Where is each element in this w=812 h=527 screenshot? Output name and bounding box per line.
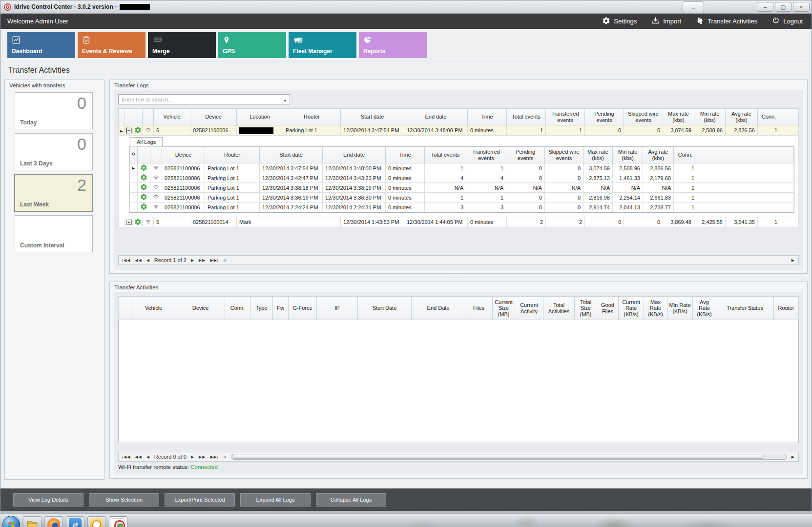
column-header[interactable]: End date — [323, 147, 386, 163]
column-header[interactable]: Total events — [507, 109, 546, 125]
detail-log-row[interactable]: 025821100006 Parking Lot 1 12/30/2014 2:… — [130, 203, 794, 212]
column-header[interactable]: Avg Rate (KB/s) — [693, 297, 716, 320]
expand-row-button[interactable] — [125, 217, 133, 227]
column-header[interactable]: End date — [404, 109, 468, 125]
detail-log-row[interactable]: 025821100006 Parking Lot 1 12/30/2014 3:… — [130, 183, 794, 193]
column-header[interactable]: Skipped wire events — [545, 147, 583, 163]
column-header[interactable]: Current Size (MB) — [493, 297, 515, 320]
search-icon[interactable] — [130, 147, 138, 163]
first-record-button[interactable] — [122, 455, 130, 459]
column-header[interactable]: Current Activity — [515, 297, 543, 320]
column-header[interactable]: Time — [386, 147, 425, 163]
column-header[interactable]: Device — [176, 297, 225, 320]
column-header[interactable]: Transferred events — [466, 147, 506, 163]
column-header[interactable]: Max rate (kbs) — [663, 109, 694, 125]
scroll-left-icon[interactable] — [223, 455, 227, 459]
scrollbar-thumb[interactable] — [232, 455, 764, 459]
column-header[interactable]: Total Activities — [543, 297, 575, 320]
column-header[interactable]: Min rate (kbs) — [694, 109, 726, 125]
scroll-right-icon[interactable] — [791, 455, 795, 459]
column-header[interactable]: Total Size (MB) — [575, 297, 597, 320]
filter-card-last-week[interactable]: 2 Last Week — [15, 174, 93, 211]
column-header[interactable]: Conn. — [758, 109, 780, 125]
prev-record-button[interactable] — [146, 455, 150, 459]
column-header[interactable]: Avg rate (kbs) — [643, 147, 674, 163]
tab-reports[interactable]: Reports — [359, 32, 427, 58]
log-row[interactable]: 6 025821100006 Parking Lot 1 12/30/2014 … — [119, 125, 799, 136]
settings-button[interactable]: Settings — [602, 17, 637, 26]
detail-log-row[interactable]: ▶ 025821100006 Parking Lot 1 12/30/2014 … — [130, 163, 794, 173]
prev-page-button[interactable] — [135, 258, 142, 263]
filter-card-custom-interval[interactable]: Custom Interval — [15, 215, 93, 252]
next-page-button[interactable] — [199, 455, 206, 459]
panel-splitter[interactable] — [109, 274, 808, 282]
column-header[interactable]: Fw — [273, 297, 289, 320]
column-header[interactable]: Files — [465, 297, 493, 320]
column-header[interactable]: Start Date — [358, 297, 412, 320]
column-header[interactable]: IP — [317, 297, 358, 320]
column-header[interactable]: Vehicle — [131, 297, 176, 320]
column-header[interactable]: Conn. — [225, 297, 250, 320]
filter-card-today[interactable]: 0 Today — [15, 92, 93, 129]
column-header[interactable]: Start date — [260, 147, 323, 163]
column-header[interactable]: Device — [162, 147, 205, 163]
column-header[interactable]: Vehicle — [154, 109, 190, 125]
column-header[interactable]: Pending events — [506, 147, 545, 163]
column-header[interactable]: Router — [283, 109, 341, 125]
column-header[interactable]: Device — [190, 109, 237, 125]
start-button-icon[interactable] — [2, 516, 20, 527]
footer-button[interactable]: View Log Details — [13, 493, 83, 507]
column-header[interactable]: Start date — [341, 109, 404, 125]
transfer-activities-button[interactable]: Transfer Activities — [696, 17, 757, 26]
firefox-icon[interactable] — [44, 516, 63, 527]
detail-log-row[interactable]: 025821100006 Parking Lot 1 12/30/2014 3:… — [130, 193, 794, 203]
column-header[interactable]: Type — [250, 297, 273, 320]
tab-events-reviews[interactable]: Events & Reviews — [78, 32, 146, 58]
collapse-row-button[interactable] — [125, 125, 133, 136]
prev-page-button[interactable] — [135, 455, 142, 459]
search-box[interactable] — [118, 94, 290, 104]
footer-button[interactable]: Collapse All Logs — [316, 493, 386, 507]
horizontal-scrollbar[interactable] — [231, 454, 787, 460]
idrive-app-icon[interactable] — [109, 516, 127, 527]
column-header[interactable]: Max rate (kbs) — [583, 147, 613, 163]
column-header[interactable]: Min Rate (KB/s) — [667, 297, 693, 320]
next-record-button[interactable] — [191, 258, 194, 263]
next-record-button[interactable] — [191, 455, 194, 459]
column-header[interactable]: G-Force — [289, 297, 317, 320]
column-header[interactable]: Router — [205, 147, 260, 163]
column-header[interactable]: End Date — [412, 297, 465, 320]
column-header[interactable]: Min rate (kbs) — [613, 147, 643, 163]
all-logs-tab[interactable]: All Logs — [130, 137, 163, 146]
scroll-right-icon[interactable] — [791, 258, 795, 263]
filter-card-last-3-days[interactable]: 0 Last 3 Days — [15, 133, 93, 170]
import-button[interactable]: Import — [651, 17, 681, 26]
column-header[interactable]: Current Rate (KB/s) — [619, 297, 644, 320]
teamviewer-icon[interactable] — [66, 516, 84, 527]
last-record-button[interactable] — [210, 455, 218, 459]
column-header[interactable]: Conn. — [674, 147, 697, 163]
column-header[interactable]: Pending events — [585, 109, 624, 125]
column-header[interactable]: Total events — [425, 147, 466, 163]
minimize-button[interactable]: – — [757, 2, 773, 12]
next-page-button[interactable] — [199, 258, 206, 263]
search-input[interactable] — [119, 97, 281, 102]
maximize-button[interactable]: ▢ — [775, 2, 791, 12]
footer-button[interactable]: Show Selection — [89, 493, 159, 507]
scroll-left-icon[interactable] — [223, 258, 227, 263]
column-header[interactable]: Avg rate (kbs) — [726, 109, 758, 125]
column-header[interactable]: Time — [468, 109, 507, 125]
chevron-down-icon[interactable] — [281, 95, 290, 104]
column-header[interactable]: Transfer Status — [716, 297, 774, 320]
prev-record-button[interactable] — [146, 258, 150, 263]
column-header[interactable]: Max Rate (KB/s) — [644, 297, 667, 320]
log-row[interactable]: 5 025821100014 Mark 12/30/2014 1:43:53 P… — [119, 217, 799, 227]
column-header[interactable]: Location — [237, 109, 283, 125]
column-header[interactable]: Transferred events — [546, 109, 585, 125]
footer-button[interactable]: Export/Print Selected — [165, 493, 235, 507]
outlook-icon[interactable] — [87, 516, 106, 527]
explorer-icon[interactable] — [23, 516, 42, 527]
logout-button[interactable]: Logout — [772, 17, 803, 26]
column-header[interactable]: Router — [774, 297, 799, 320]
first-record-button[interactable] — [122, 258, 130, 263]
